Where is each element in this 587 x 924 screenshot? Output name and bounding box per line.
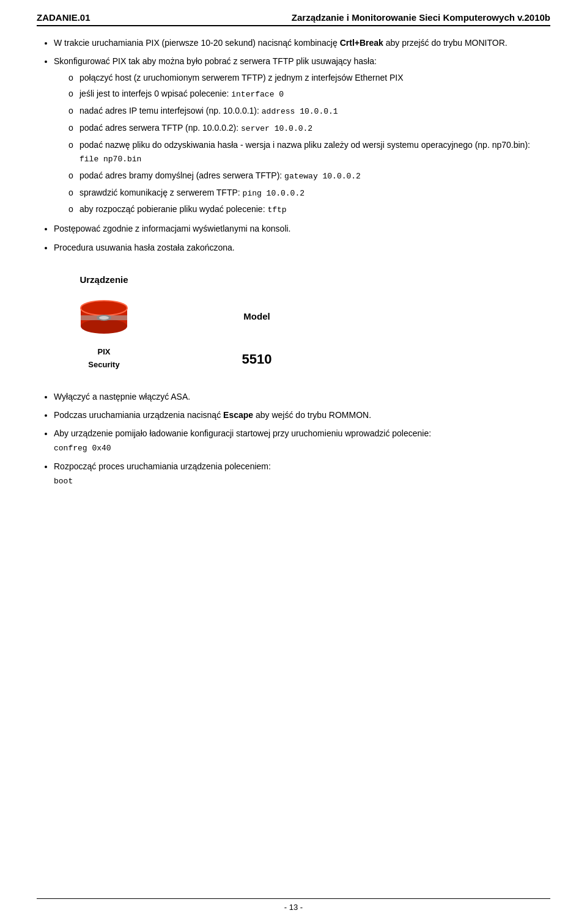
list-item-1: W trakcie uruchamiania PIX (pierwsze 10-… (54, 36, 550, 50)
bullet-list-2: Wyłączyć a następnie włączyć ASA. Podcza… (37, 390, 550, 488)
pix-security-icon (76, 297, 131, 340)
main-content: W trakcie uruchamiania PIX (pierwsze 10-… (37, 36, 550, 488)
sub-item-2: jeśli jest to interfejs 0 wpisać polecen… (68, 87, 550, 101)
device-section: Urządzenie (61, 273, 550, 372)
pix-icon-svg (76, 297, 131, 340)
text-4: Procedura usuwania hasła została zakończ… (54, 243, 235, 252)
page-header: ZADANIE.01 Zarządzanie i Monitorowanie S… (37, 12, 550, 26)
header-task: ZADANIE.01 (37, 12, 90, 23)
sub-item-3: nadać adres IP temu interfejsowi (np. 10… (68, 104, 550, 119)
text-3: Postępować zgodnie z informacjami wyświe… (54, 224, 291, 233)
page-number: - 13 - (284, 903, 303, 912)
sub-item-4: podać adres serwera TFTP (np. 10.0.0.2):… (68, 121, 550, 136)
device-header-label: Urządzenie (79, 273, 128, 287)
pix-device-label: PIX Security (88, 346, 119, 372)
code-boot: boot (54, 477, 73, 486)
list-item-6: Podczas uruchamiania urządzenia nacisnąć… (54, 408, 550, 422)
svg-point-2 (81, 319, 127, 334)
list-item-4: Procedura usuwania hasła została zakończ… (54, 241, 550, 254)
svg-point-6 (99, 316, 109, 320)
sub-item-5: podać nazwę pliku do odzyskiwania hasła … (68, 138, 550, 166)
code-address: address 10.0.0.1 (262, 107, 338, 116)
code-ping: ping 10.0.0.2 (243, 189, 305, 198)
code-gateway: gateway 10.0.0.2 (284, 172, 361, 181)
sub-item-1: połączyć host (z uruchomionym serwerem T… (68, 71, 550, 84)
device-column: Urządzenie (61, 273, 147, 372)
code-confreg: confreg 0x40 (54, 444, 111, 453)
list-item-3: Postępować zgodnie z informacjami wyświe… (54, 222, 550, 235)
list-item-7: Aby urządzenie pomijało ładowanie konfig… (54, 427, 550, 455)
bold-escape: Escape (223, 410, 253, 420)
text-5: Wyłączyć a następnie włączyć ASA. (54, 392, 190, 402)
sub-item-7: sprawdzić komunikację z serwerem TFTP: p… (68, 186, 550, 200)
text-1a: W trakcie uruchamiania PIX (pierwsze 10-… (54, 38, 508, 48)
text-8: Rozpocząć proces uruchamiania urządzenia… (54, 461, 271, 471)
code-server: server 10.0.0.2 (241, 124, 312, 133)
sub-item-8: aby rozpocząć pobieranie pliku wydać pol… (68, 202, 550, 217)
text-2: Skonfigurować PIX tak aby można było pob… (54, 56, 377, 66)
list-item-2: Skonfigurować PIX tak aby można było pob… (54, 54, 550, 217)
text-7: Aby urządzenie pomijało ładowanie konfig… (54, 428, 431, 438)
model-header-label: Model (243, 309, 270, 324)
sub-item-6: podać adres bramy domyślnej (adres serwe… (68, 169, 550, 183)
code-file: file np70.bin (79, 155, 141, 164)
code-tftp: tftp (267, 205, 286, 215)
bold-crtl: Crtl+Break (340, 38, 383, 48)
list-item-8: Rozpocząć proces uruchamiania urządzenia… (54, 460, 550, 488)
sub-list: połączyć host (z uruchomionym serwerem T… (54, 71, 550, 217)
text-6: Podczas uruchamiania urządzenia nacisnąć… (54, 410, 371, 420)
model-number: 5510 (242, 348, 272, 370)
page-footer: - 13 - (37, 898, 550, 912)
page: ZADANIE.01 Zarządzanie i Monitorowanie S… (0, 0, 587, 924)
code-interface: interface 0 (231, 90, 284, 99)
model-column: Model 5510 (220, 273, 294, 370)
header-title: Zarządzanie i Monitorowanie Sieci Komput… (292, 12, 550, 23)
bullet-list-1: W trakcie uruchamiania PIX (pierwsze 10-… (37, 36, 550, 254)
list-item-5: Wyłączyć a następnie włączyć ASA. (54, 390, 550, 403)
